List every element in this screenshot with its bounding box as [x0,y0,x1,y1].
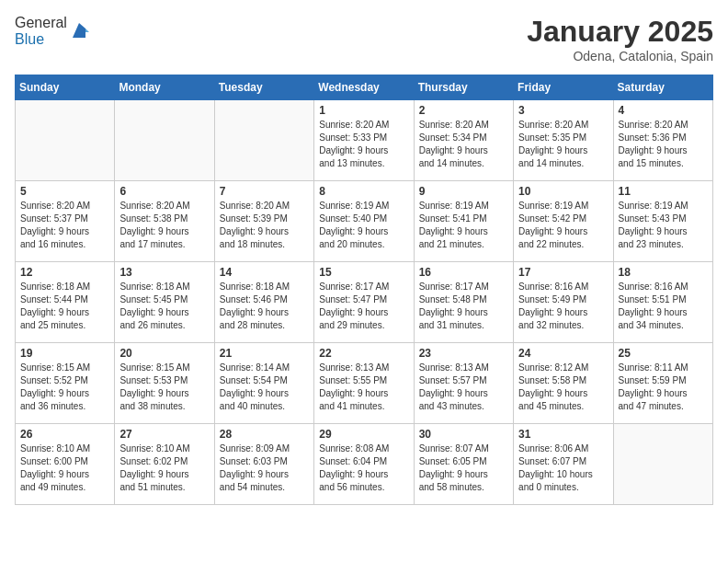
calendar-cell: 14Sunrise: 8:18 AM Sunset: 5:46 PM Dayli… [214,262,313,343]
calendar-cell: 17Sunrise: 8:16 AM Sunset: 5:49 PM Dayli… [514,262,613,343]
calendar-cell: 12Sunrise: 8:18 AM Sunset: 5:44 PM Dayli… [16,262,115,343]
day-info: Sunrise: 8:06 AM Sunset: 6:07 PM Dayligh… [518,442,608,494]
weekday-header-sunday: Sunday [16,75,115,100]
month-title: January 2025 [527,15,713,49]
calendar-cell: 15Sunrise: 8:17 AM Sunset: 5:47 PM Dayli… [314,262,414,343]
day-info: Sunrise: 8:19 AM Sunset: 5:40 PM Dayligh… [319,200,408,251]
day-info: Sunrise: 8:20 AM Sunset: 5:34 PM Dayligh… [419,119,508,170]
calendar-cell: 2Sunrise: 8:20 AM Sunset: 5:34 PM Daylig… [414,100,513,181]
logo-blue-text: Blue [15,31,44,47]
day-info: Sunrise: 8:12 AM Sunset: 5:58 PM Dayligh… [518,362,608,413]
day-number: 2 [419,104,508,117]
day-number: 30 [419,428,508,441]
day-info: Sunrise: 8:20 AM Sunset: 5:33 PM Dayligh… [319,119,408,170]
day-info: Sunrise: 8:18 AM Sunset: 5:45 PM Dayligh… [119,281,209,332]
day-number: 28 [220,428,309,441]
title-block: January 2025 Odena, Catalonia, Spain [527,15,713,63]
day-info: Sunrise: 8:19 AM Sunset: 5:41 PM Dayligh… [419,200,508,251]
calendar-cell: 29Sunrise: 8:08 AM Sunset: 6:04 PM Dayli… [314,424,414,505]
calendar-cell: 5Sunrise: 8:20 AM Sunset: 5:37 PM Daylig… [16,181,115,262]
day-number: 10 [518,185,608,198]
day-info: Sunrise: 8:13 AM Sunset: 5:57 PM Dayligh… [419,362,508,413]
location-text: Odena, Catalonia, Spain [527,49,713,63]
day-info: Sunrise: 8:13 AM Sunset: 5:55 PM Dayligh… [319,362,408,413]
day-info: Sunrise: 8:20 AM Sunset: 5:36 PM Dayligh… [619,119,708,170]
day-number: 13 [119,266,209,279]
calendar-cell [214,100,313,181]
day-number: 27 [119,428,209,441]
day-info: Sunrise: 8:17 AM Sunset: 5:48 PM Dayligh… [419,281,508,332]
day-info: Sunrise: 8:20 AM Sunset: 5:37 PM Dayligh… [20,200,109,251]
page-header: General Blue January 2025 Odena, Catalon… [15,15,713,63]
calendar-cell: 27Sunrise: 8:10 AM Sunset: 6:02 PM Dayli… [115,424,214,505]
calendar-week-row: 5Sunrise: 8:20 AM Sunset: 5:37 PM Daylig… [16,181,713,262]
calendar-week-row: 1Sunrise: 8:20 AM Sunset: 5:33 PM Daylig… [16,100,713,181]
day-number: 19 [20,347,109,360]
logo: General Blue [15,15,89,48]
calendar-cell: 22Sunrise: 8:13 AM Sunset: 5:55 PM Dayli… [314,343,414,424]
day-number: 15 [319,266,408,279]
day-info: Sunrise: 8:20 AM Sunset: 5:39 PM Dayligh… [220,200,309,251]
calendar-cell: 4Sunrise: 8:20 AM Sunset: 5:36 PM Daylig… [613,100,712,181]
logo-icon [69,21,89,41]
day-number: 18 [619,266,708,279]
day-number: 5 [20,185,109,198]
day-info: Sunrise: 8:20 AM Sunset: 5:35 PM Dayligh… [518,119,608,170]
day-number: 23 [419,347,508,360]
calendar-cell: 23Sunrise: 8:13 AM Sunset: 5:57 PM Dayli… [414,343,513,424]
day-info: Sunrise: 8:09 AM Sunset: 6:03 PM Dayligh… [220,442,309,494]
svg-marker-1 [85,29,89,32]
weekday-header-saturday: Saturday [613,75,712,100]
day-number: 14 [220,266,309,279]
calendar-cell: 31Sunrise: 8:06 AM Sunset: 6:07 PM Dayli… [514,424,613,505]
svg-marker-0 [73,23,85,38]
day-number: 29 [319,428,408,441]
day-number: 7 [220,185,309,198]
day-info: Sunrise: 8:10 AM Sunset: 6:02 PM Dayligh… [119,442,209,494]
day-info: Sunrise: 8:17 AM Sunset: 5:47 PM Dayligh… [319,281,408,332]
calendar-cell: 3Sunrise: 8:20 AM Sunset: 5:35 PM Daylig… [514,100,613,181]
day-number: 24 [518,347,608,360]
calendar-cell: 1Sunrise: 8:20 AM Sunset: 5:33 PM Daylig… [314,100,414,181]
calendar-cell: 9Sunrise: 8:19 AM Sunset: 5:41 PM Daylig… [414,181,513,262]
day-number: 3 [518,104,608,117]
weekday-header-monday: Monday [115,75,214,100]
day-number: 6 [119,185,209,198]
calendar-cell: 21Sunrise: 8:14 AM Sunset: 5:54 PM Dayli… [214,343,313,424]
calendar-cell: 20Sunrise: 8:15 AM Sunset: 5:53 PM Dayli… [115,343,214,424]
day-number: 26 [20,428,109,441]
day-number: 8 [319,185,408,198]
day-number: 11 [619,185,708,198]
calendar-cell: 7Sunrise: 8:20 AM Sunset: 5:39 PM Daylig… [214,181,313,262]
calendar-cell [115,100,214,181]
calendar-cell: 25Sunrise: 8:11 AM Sunset: 5:59 PM Dayli… [613,343,712,424]
day-number: 4 [619,104,708,117]
day-number: 31 [518,428,608,441]
day-number: 12 [20,266,109,279]
weekday-header-thursday: Thursday [414,75,513,100]
day-info: Sunrise: 8:16 AM Sunset: 5:49 PM Dayligh… [518,281,608,332]
calendar-cell: 28Sunrise: 8:09 AM Sunset: 6:03 PM Dayli… [214,424,313,505]
calendar-cell [16,100,115,181]
day-info: Sunrise: 8:16 AM Sunset: 5:51 PM Dayligh… [619,281,708,332]
calendar-cell: 11Sunrise: 8:19 AM Sunset: 5:43 PM Dayli… [613,181,712,262]
calendar-cell: 6Sunrise: 8:20 AM Sunset: 5:38 PM Daylig… [115,181,214,262]
calendar-cell: 18Sunrise: 8:16 AM Sunset: 5:51 PM Dayli… [613,262,712,343]
weekday-header-wednesday: Wednesday [314,75,414,100]
calendar-week-row: 26Sunrise: 8:10 AM Sunset: 6:00 PM Dayli… [16,424,713,505]
calendar-week-row: 19Sunrise: 8:15 AM Sunset: 5:52 PM Dayli… [16,343,713,424]
day-info: Sunrise: 8:19 AM Sunset: 5:42 PM Dayligh… [518,200,608,251]
day-info: Sunrise: 8:18 AM Sunset: 5:46 PM Dayligh… [220,281,309,332]
calendar-cell: 30Sunrise: 8:07 AM Sunset: 6:05 PM Dayli… [414,424,513,505]
day-info: Sunrise: 8:08 AM Sunset: 6:04 PM Dayligh… [319,442,408,494]
calendar-cell: 26Sunrise: 8:10 AM Sunset: 6:00 PM Dayli… [16,424,115,505]
calendar-cell [613,424,712,505]
day-info: Sunrise: 8:15 AM Sunset: 5:53 PM Dayligh… [119,362,209,413]
day-info: Sunrise: 8:19 AM Sunset: 5:43 PM Dayligh… [619,200,708,251]
day-number: 20 [119,347,209,360]
day-info: Sunrise: 8:14 AM Sunset: 5:54 PM Dayligh… [220,362,309,413]
day-number: 9 [419,185,508,198]
day-number: 16 [419,266,508,279]
calendar-cell: 13Sunrise: 8:18 AM Sunset: 5:45 PM Dayli… [115,262,214,343]
day-number: 22 [319,347,408,360]
